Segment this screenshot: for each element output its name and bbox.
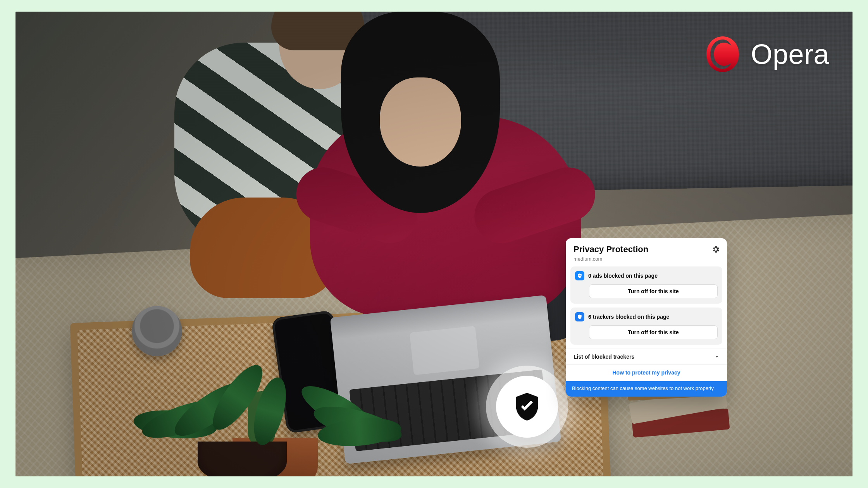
privacy-shield-button[interactable]	[496, 376, 558, 438]
privacy-protection-panel: Privacy Protection medium.com 0 ads bloc…	[566, 238, 727, 397]
settings-gear-icon[interactable]	[711, 245, 720, 254]
scene-mug	[132, 306, 182, 356]
ad-blocker-icon	[575, 271, 584, 280]
blocked-trackers-label: List of blocked trackers	[574, 354, 634, 360]
blocking-notice: Blocking content can cause some websites…	[566, 381, 727, 397]
promo-frame: Opera Privacy Protection medium.com	[0, 0, 868, 488]
ads-turn-off-button[interactable]: Turn off for this site	[589, 284, 718, 298]
trackers-blocked-section: 6 trackers blocked on this page Turn off…	[570, 308, 722, 345]
scene-cactus	[248, 391, 275, 445]
panel-site-domain: medium.com	[566, 256, 727, 266]
tracker-blocker-icon	[575, 312, 584, 321]
trackers-blocked-count: 6 trackers blocked on this page	[588, 314, 669, 320]
panel-title: Privacy Protection	[574, 244, 648, 254]
ads-blocked-section: 0 ads blocked on this page Turn off for …	[570, 266, 722, 304]
scene-person-right	[310, 15, 581, 333]
shield-check-icon	[510, 390, 544, 423]
trackers-turn-off-button[interactable]: Turn off for this site	[589, 325, 718, 339]
privacy-help-link[interactable]: How to protect my privacy	[566, 364, 727, 381]
blocked-trackers-disclosure[interactable]: List of blocked trackers	[566, 349, 727, 364]
ads-blocked-count: 0 ads blocked on this page	[588, 273, 658, 279]
chevron-down-icon	[714, 354, 720, 360]
brand-lockup: Opera	[703, 35, 829, 74]
brand-name: Opera	[751, 38, 829, 70]
opera-logo-icon	[703, 35, 742, 74]
scene-cactus-pot	[232, 438, 318, 476]
svg-rect-0	[579, 275, 581, 276]
photo-scene: Opera Privacy Protection medium.com	[16, 12, 852, 476]
